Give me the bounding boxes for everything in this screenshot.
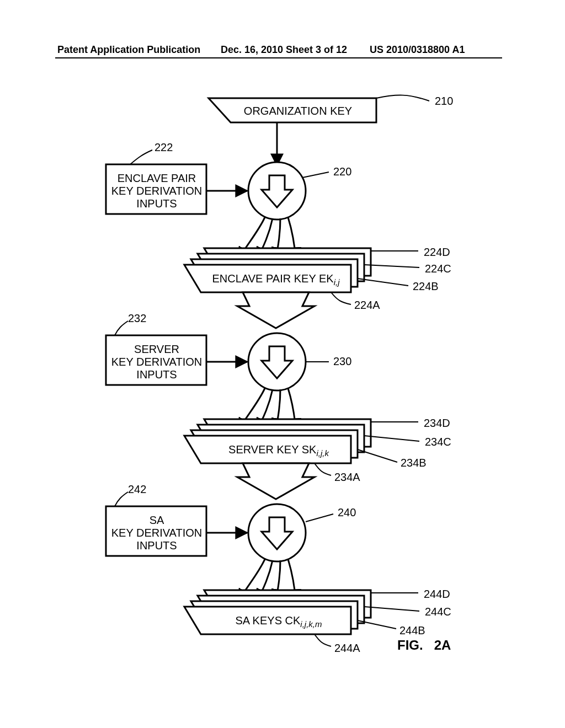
ref-234a: 234A <box>334 471 360 484</box>
sa-key-label: SA KEYS CKi,j,k,m <box>210 614 348 629</box>
ref-234d: 234D <box>424 417 450 430</box>
enclave-key-sub: i,j <box>334 277 340 287</box>
sa-key-prefix: SA KEYS CK <box>235 614 300 627</box>
ref-234b: 234B <box>401 457 427 469</box>
ref-242: 242 <box>128 483 146 496</box>
server-inputs-box: SERVER KEY DERIVATION INPUTS <box>109 343 204 381</box>
enclave-key-label: ENCLAVE PAIR KEY EKi,j <box>204 272 348 287</box>
sa-inputs-l2: KEY DERIVATION <box>111 527 202 539</box>
sa-inputs-l1: SA <box>150 514 164 526</box>
sa-inputs-l3: INPUTS <box>136 539 177 552</box>
server-inputs-l3: INPUTS <box>136 368 177 381</box>
enclave-inputs-l3: INPUTS <box>136 197 177 210</box>
enclave-inputs-box: ENCLAVE PAIR KEY DERIVATION INPUTS <box>109 172 204 210</box>
ref-234c: 234C <box>425 436 451 448</box>
ref-220: 220 <box>333 165 351 178</box>
enclave-inputs-l1: ENCLAVE PAIR <box>118 172 196 184</box>
ref-224d: 224D <box>424 246 450 259</box>
figure-num: 2A <box>434 638 451 652</box>
server-inputs-l2: KEY DERIVATION <box>111 356 202 368</box>
organization-key-label: ORGANIZATION KEY <box>232 105 364 117</box>
sa-key-sub: i,j,k,m <box>300 619 322 629</box>
svg-line-8 <box>306 514 333 522</box>
server-inputs-l1: SERVER <box>134 343 179 355</box>
ref-240: 240 <box>338 506 356 519</box>
ref-210: 210 <box>435 95 453 108</box>
server-key-prefix: SERVER KEY SK <box>228 443 316 456</box>
sa-inputs-box: SA KEY DERIVATION INPUTS <box>109 514 204 552</box>
ref-224b: 224B <box>413 280 439 293</box>
enclave-key-prefix: ENCLAVE PAIR KEY EK <box>212 272 334 285</box>
ref-244b: 244B <box>399 624 425 637</box>
enclave-inputs-l2: KEY DERIVATION <box>111 185 202 197</box>
ref-244c: 244C <box>425 606 451 618</box>
server-key-label: SERVER KEY SKi,j,k <box>210 443 348 458</box>
server-key-sub: i,j,k <box>316 448 329 458</box>
ref-224a: 224A <box>354 299 380 312</box>
ref-224c: 224C <box>425 263 451 275</box>
figure-label: FIG. 2A <box>397 638 451 653</box>
ref-232: 232 <box>128 312 146 325</box>
ref-230: 230 <box>333 355 351 368</box>
ref-222: 222 <box>154 141 173 154</box>
page-root: Patent Application Publication Dec. 16, … <box>0 0 565 728</box>
ref-244a: 244A <box>334 642 360 655</box>
figure-prefix: FIG. <box>397 638 423 652</box>
ref-244d: 244D <box>424 588 450 601</box>
